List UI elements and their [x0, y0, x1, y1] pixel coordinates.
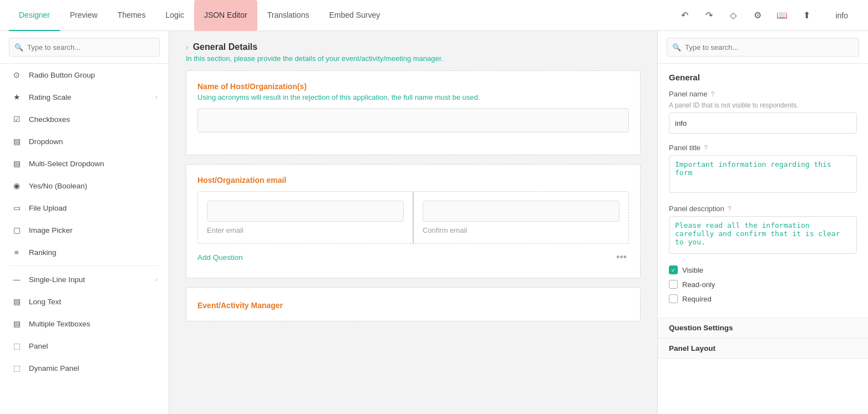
radio-button-group-icon: ⊙	[11, 69, 22, 80]
right-sidebar-search-area: 🔍	[658, 31, 868, 64]
panel-name-sublabel: A panel ID that is not visible to respon…	[669, 101, 857, 109]
enter-email-input[interactable]	[207, 201, 404, 222]
panel-layout-section: Panel Layout	[658, 338, 868, 359]
panel-desc-input[interactable]: Please read all the information carefull…	[669, 216, 857, 254]
sidebar-search-area: 🔍	[0, 31, 169, 64]
panel-desc-label: Panel description ?	[669, 205, 857, 213]
tab-preview[interactable]: Preview	[60, 0, 108, 31]
main-layout: 🔍 ⊙ Radio Button Group ★ Rating Scale › …	[0, 31, 868, 414]
dropdown-icon: ▤	[11, 136, 22, 147]
multiple-textboxes-icon: ▤	[11, 318, 22, 329]
panel-desc-help-icon[interactable]: ?	[728, 205, 732, 213]
required-checkbox[interactable]	[669, 294, 678, 303]
event-manager-block: Event/Activity Manager	[186, 287, 641, 321]
sidebar-item-dynamic-panel[interactable]: ⬚ Dynamic Panel	[0, 357, 169, 379]
confirm-email-input[interactable]	[423, 201, 620, 222]
right-section-title: General	[669, 73, 857, 82]
book-button[interactable]: 📖	[773, 7, 791, 24]
checkboxes-icon: ☑	[11, 114, 22, 125]
name-question-title: Name of Host/Organization(s)	[197, 82, 629, 91]
single-line-input-icon: —	[11, 274, 22, 285]
sidebar-item-single-line-input[interactable]: — Single-Line Input ›	[0, 268, 169, 290]
tab-json-editor[interactable]: JSON Editor	[194, 0, 257, 31]
panel-title: General Details	[193, 42, 258, 52]
panel-name-input[interactable]	[669, 113, 857, 134]
sidebar-item-ranking[interactable]: ≡ Ranking	[0, 241, 169, 263]
file-upload-icon: ▭	[11, 202, 22, 213]
sidebar-divider	[9, 265, 160, 266]
left-sidebar: 🔍 ⊙ Radio Button Group ★ Rating Scale › …	[0, 31, 169, 414]
panel-desc-field-group: Panel description ? Please read all the …	[669, 205, 857, 255]
email-col-1: Enter email	[198, 192, 414, 243]
sidebar-item-multiple-textboxes[interactable]: ▤ Multiple Textboxes	[0, 313, 169, 335]
ranking-icon: ≡	[11, 247, 22, 258]
tab-translations[interactable]: Translations	[257, 0, 319, 31]
tab-logic[interactable]: Logic	[155, 0, 194, 31]
add-question-button[interactable]: Add Question	[197, 253, 243, 262]
panel-title-input[interactable]: Important information regarding this for…	[669, 155, 857, 193]
dynamic-panel-icon: ⬚	[11, 362, 22, 374]
sidebar-item-rating-scale[interactable]: ★ Rating Scale ›	[0, 86, 169, 108]
sidebar-item-checkboxes[interactable]: ☑ Checkboxes	[0, 108, 169, 130]
email-section-block: Host/Organization email Enter email Conf…	[186, 164, 641, 278]
panel-title-field-group: Panel title ? Important information rega…	[669, 144, 857, 195]
email-col-2: Confirm email	[414, 192, 628, 243]
name-question-input[interactable]	[197, 108, 629, 132]
sidebar-item-radio-button-group[interactable]: ⊙ Radio Button Group	[0, 64, 169, 86]
tab-designer[interactable]: Designer	[9, 0, 60, 31]
right-sidebar: 🔍 General Panel name ? A panel ID that i…	[657, 31, 868, 414]
more-options-button[interactable]: •••	[616, 252, 629, 263]
read-only-checkbox-row[interactable]: Read-only	[669, 280, 857, 289]
tab-embed-survey[interactable]: Embed Survey	[319, 0, 390, 31]
question-settings-section: Question Settings	[658, 318, 868, 338]
sidebar-item-file-upload[interactable]: ▭ File Upload	[0, 197, 169, 219]
toolbar-actions: ↶ ↷ ◇ ⚙ 📖 ⬆	[676, 7, 815, 24]
top-info-label: info	[824, 11, 859, 20]
sidebar-item-image-picker[interactable]: ▢ Image Picker	[0, 219, 169, 241]
sidebar-search-input[interactable]	[9, 38, 160, 57]
rating-scale-icon: ★	[11, 91, 22, 103]
panel-name-label: Panel name ?	[669, 90, 857, 98]
top-nav: Designer Preview Themes Logic JSON Edito…	[0, 0, 868, 31]
sidebar-item-panel[interactable]: ⬚ Panel	[0, 335, 169, 357]
undo-button[interactable]: ↶	[676, 7, 693, 24]
panel-name-field-group: Panel name ? A panel ID that is not visi…	[669, 90, 857, 134]
panel-name-help-icon[interactable]: ?	[710, 90, 714, 98]
redo-button[interactable]: ↷	[700, 7, 718, 24]
main-content: › General Details In this section, pleas…	[169, 31, 657, 414]
panel-header: › General Details	[186, 42, 641, 52]
long-text-icon: ▤	[11, 296, 22, 307]
panel-title-help-icon[interactable]: ?	[704, 144, 708, 152]
sidebar-item-dropdown[interactable]: ▤ Dropdown	[0, 130, 169, 152]
yes-no-boolean-icon: ◉	[11, 180, 22, 191]
rating-scale-arrow: ›	[155, 94, 158, 100]
visible-checkbox-row[interactable]: ✓ Visible	[669, 265, 857, 274]
enter-email-placeholder: Enter email	[207, 226, 404, 234]
right-general-section: General Panel name ? A panel ID that is …	[658, 64, 868, 318]
upload-button[interactable]: ⬆	[798, 7, 815, 24]
sidebar-item-yes-no-boolean[interactable]: ◉ Yes/No (Boolean)	[0, 175, 169, 197]
visible-checkbox[interactable]: ✓	[669, 265, 678, 274]
sidebar-item-long-text[interactable]: ▤ Long Text	[0, 290, 169, 313]
name-question: Name of Host/Organization(s) Using acron…	[197, 82, 629, 132]
right-search-icon: 🔍	[672, 43, 681, 52]
event-manager-title: Event/Activity Manager	[197, 301, 629, 310]
right-sidebar-search-input[interactable]	[667, 38, 859, 57]
name-question-block: Name of Host/Organization(s) Using acron…	[186, 70, 641, 155]
panel-title-label: Panel title ?	[669, 144, 857, 152]
search-icon: 🔍	[14, 43, 23, 52]
sidebar-item-multi-select-dropdown[interactable]: ▤ Multi-Select Dropdown	[0, 152, 169, 175]
image-picker-icon: ▢	[11, 224, 22, 236]
panel-icon: ⬚	[11, 340, 22, 351]
multi-select-dropdown-icon: ▤	[11, 158, 22, 169]
email-section-title: Host/Organization email	[197, 176, 629, 185]
panel-expand-button[interactable]: ›	[186, 43, 189, 52]
eraser-button[interactable]: ◇	[724, 7, 742, 24]
settings-button[interactable]: ⚙	[749, 7, 767, 24]
required-checkbox-row[interactable]: Required	[669, 294, 857, 303]
tab-themes[interactable]: Themes	[108, 0, 156, 31]
read-only-checkbox[interactable]	[669, 280, 678, 289]
name-question-description: Using acronyms will result in the reject…	[197, 93, 629, 101]
confirm-email-placeholder: Confirm email	[423, 226, 620, 234]
single-line-input-arrow: ›	[155, 276, 158, 283]
